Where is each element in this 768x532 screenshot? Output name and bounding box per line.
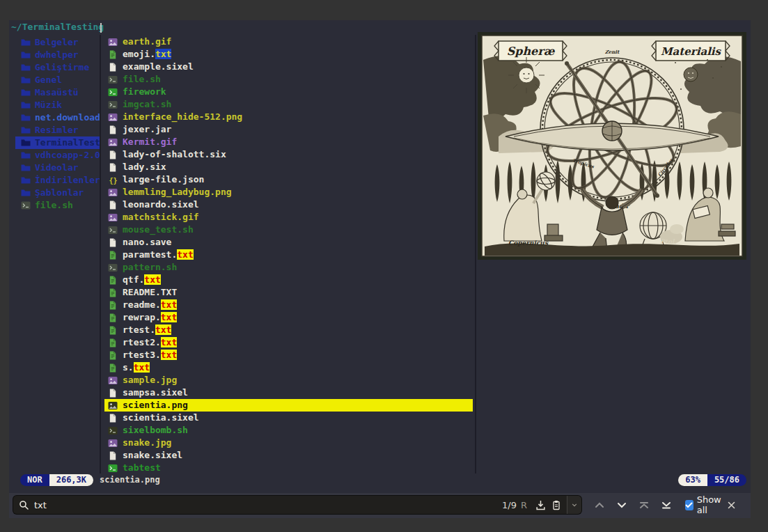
file-row[interactable]: lady-of-shalott.six [104,148,473,161]
file-name: large-file.json [123,173,204,186]
file-row[interactable]: pattern.sh [104,261,473,274]
last-match-button[interactable] [661,501,671,509]
sidebar-item[interactable]: dwhelper [15,49,100,61]
file-name: qtf.txt [123,274,161,286]
file-row[interactable]: lemmling_Ladybug.png [104,186,473,198]
sidebar-item[interactable]: Şablonlar [15,187,100,199]
file-row[interactable]: rtest3.txt [104,349,473,361]
sidebar-item-label: Belgeler [35,36,79,49]
file-row[interactable]: nano.save [104,236,473,249]
current-path: ~/TerminalTesting [11,22,104,32]
folder-icon [21,164,31,172]
match-position: 1/9 [502,500,517,510]
file-name: firework [123,86,166,98]
sidebar-item[interactable]: Belgeler [15,36,100,49]
file-name: snake.jpg [123,437,171,449]
file-row[interactable]: qtf.txt [104,274,473,286]
sidebar-item[interactable]: Genel [15,74,100,86]
file-row[interactable]: example.sixel [104,61,473,73]
clipboard-button[interactable] [549,499,564,512]
script-icon [21,201,31,210]
file-name: snake.sixel [123,449,182,462]
file-row[interactable]: s.txt [104,361,473,374]
file-row[interactable]: earth.gif [104,36,473,48]
file-name: rtest.txt [123,324,171,336]
file-name: earth.gif [123,36,171,48]
file-name: Kermit.gif [123,136,177,148]
file-row[interactable]: rewrap.txt [104,311,473,324]
svg-text:{}: {} [109,176,117,184]
sidebar-item[interactable]: TerminalTest [15,136,100,149]
show-all-label: Show all [697,494,726,515]
script-icon [108,100,118,109]
search-input[interactable] [31,500,502,510]
sidebar-item-label: Şablonlar [35,187,84,199]
search-options-chevron-icon[interactable] [567,496,581,514]
file-row[interactable]: snake.sixel [104,449,473,462]
file-row[interactable]: scientia.png [104,399,473,412]
sidebar-item[interactable]: Masaüstü [15,86,100,99]
next-match-button[interactable] [617,502,627,508]
file-row[interactable]: README.TXT [104,286,473,299]
file-name: lady.six [123,161,166,173]
file-row[interactable]: lady.six [104,161,473,173]
file-row[interactable]: sample.jpg [104,374,473,386]
script-icon [108,426,118,435]
sidebar-item[interactable]: file.sh [15,199,100,212]
file-row[interactable]: sixelbomb.sh [104,424,473,437]
file-row[interactable]: Kermit.gif [104,136,473,148]
file-name: nano.save [123,236,171,249]
file-row[interactable]: rtest2.txt [104,336,473,349]
file-row[interactable]: matchstick.gif [104,211,473,224]
parent-directory-list: Belgeler dwhelper Geliştirme Genel Masaü… [15,36,100,212]
folder-icon [21,189,31,197]
text-doc-icon [108,313,118,322]
preview-pane: Spheræ Materialis [478,32,746,260]
file-row[interactable]: paramtest.txt [104,249,473,261]
file-row[interactable]: {} large-file.json [104,173,473,186]
file-row[interactable]: sampsa.sixel [104,386,473,399]
save-search-button[interactable] [533,499,549,512]
file-row[interactable]: jexer.jar [104,123,473,136]
sidebar-item[interactable]: Müzik [15,99,100,111]
terminal-search-bar: 1/9 R [9,493,751,518]
file-row[interactable]: firework [104,86,473,98]
text-doc-icon [108,276,118,285]
file-row[interactable]: file.sh [104,73,473,86]
sidebar-item[interactable]: İndirilenler [15,174,100,187]
file-name: README.TXT [123,286,177,299]
file-row[interactable]: imgcat.sh [104,98,473,111]
doc-icon [108,389,118,398]
file-row[interactable]: readme.txt [104,299,473,311]
sidebar-item[interactable]: vdhcoapp-2.0 [15,149,100,162]
file-row[interactable]: interface_hide-512.png [104,111,473,123]
close-search-icon[interactable] [726,500,737,510]
file-name: readme.txt [123,299,177,311]
sidebar-item[interactable]: Geliştirme [15,61,100,74]
file-row[interactable]: scientia.sixel [104,412,473,424]
file-row[interactable]: emoji.txt [104,48,473,61]
show-all-checkbox[interactable] [685,500,693,510]
first-match-button[interactable] [639,501,649,509]
folder-icon [21,114,31,122]
status-bar: NOR 266,3K scientia.png 63% 55/86 [15,473,746,487]
file-row[interactable]: mouse_test.sh [104,224,473,236]
sidebar-item-label: file.sh [35,199,73,212]
show-all-toggle[interactable]: Show all [685,494,726,515]
sidebar-item[interactable]: net.download [15,111,100,124]
doc-icon [108,163,118,172]
file-row[interactable]: snake.jpg [104,437,473,449]
scroll-percent-badge: 63% [678,474,707,486]
doc-icon [108,451,118,460]
file-row[interactable]: rtest.txt [104,324,473,336]
file-row[interactable]: leonardo.sixel [104,198,473,211]
text-doc-icon [108,251,118,260]
mode-badge: NOR [20,474,49,486]
sidebar-item-label: TerminalTest [35,136,100,149]
doc-icon [108,238,118,247]
file-name: rtest2.txt [123,336,177,349]
previous-match-button[interactable] [595,502,604,508]
search-field[interactable]: 1/9 R [13,495,582,515]
sidebar-item[interactable]: Videolar [15,162,100,174]
sidebar-item[interactable]: Resimler [15,124,100,136]
